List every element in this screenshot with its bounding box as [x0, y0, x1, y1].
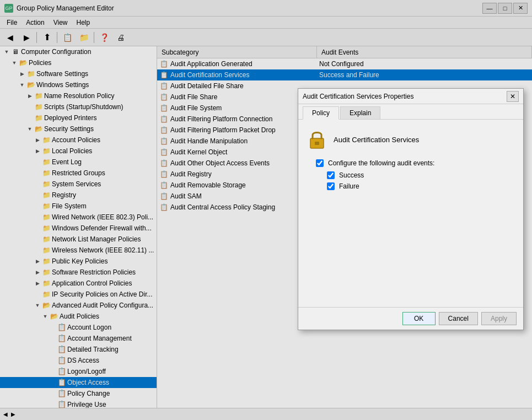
- failure-checkbox-row: Failure: [327, 182, 514, 190]
- modal-overlay: Audit Certification Services Properties …: [0, 0, 532, 420]
- modal-close-button[interactable]: ✕: [507, 91, 519, 102]
- modal-service-name: Audit Certification Services: [334, 136, 419, 144]
- modal-tabs: Policy Explain: [298, 104, 523, 120]
- success-label[interactable]: Success: [339, 171, 364, 179]
- cancel-button[interactable]: Cancel: [439, 312, 478, 325]
- apply-button[interactable]: Apply: [481, 312, 517, 325]
- modal-dialog: Audit Certification Services Properties …: [298, 88, 524, 330]
- modal-service-row: Audit Certification Services: [307, 128, 514, 150]
- modal-tab-policy[interactable]: Policy: [303, 106, 339, 120]
- modal-body: Audit Certification Services Configure t…: [298, 120, 523, 307]
- failure-label[interactable]: Failure: [339, 182, 359, 190]
- failure-checkbox[interactable]: [327, 182, 335, 190]
- svg-rect-1: [315, 142, 319, 145]
- success-checkbox-row: Success: [327, 171, 514, 179]
- modal-title: Audit Certification Services Properties: [303, 93, 413, 100]
- success-checkbox[interactable]: [327, 171, 335, 179]
- modal-footer: OK Cancel Apply: [298, 307, 523, 330]
- configure-checkbox-row: Configure the following audit events:: [316, 159, 514, 167]
- configure-label[interactable]: Configure the following audit events:: [328, 159, 434, 167]
- configure-checkbox[interactable]: [316, 159, 324, 167]
- modal-titlebar: Audit Certification Services Properties …: [298, 89, 523, 104]
- ok-button[interactable]: OK: [402, 312, 436, 325]
- service-icon: [307, 128, 327, 150]
- modal-tab-explain[interactable]: Explain: [340, 106, 380, 120]
- modal-checkbox-group: Configure the following audit events: Su…: [316, 159, 514, 190]
